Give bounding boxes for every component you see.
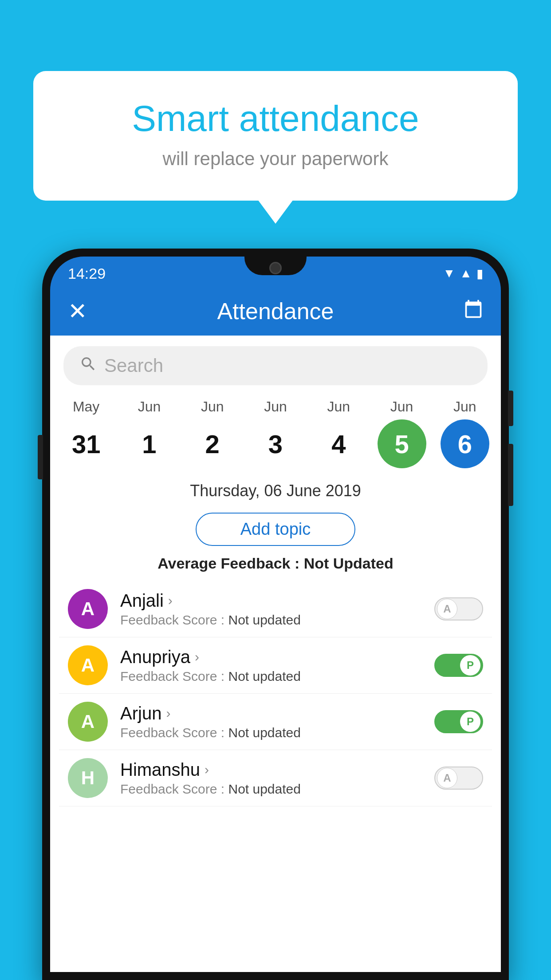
date-col[interactable]: Jun6 — [435, 399, 495, 468]
avatar: A — [68, 645, 108, 685]
search-placeholder: Search — [104, 355, 163, 376]
speech-bubble-container: Smart attendance will replace your paper… — [33, 71, 518, 201]
attendance-toggle[interactable]: A — [434, 767, 483, 790]
attendance-toggle[interactable]: A — [434, 597, 483, 620]
toggle-container[interactable]: P — [434, 710, 483, 733]
camera-lens — [269, 262, 282, 274]
student-name: Anjali › — [120, 591, 425, 611]
chevron-icon: › — [166, 706, 170, 721]
date-number[interactable]: 4 — [314, 419, 363, 468]
add-topic-button[interactable]: Add topic — [196, 513, 355, 546]
feedback-score: Feedback Score : Not updated — [120, 725, 425, 740]
date-col[interactable]: Jun3 — [245, 399, 306, 468]
feedback-value: Not updated — [228, 782, 300, 796]
month-label: Jun — [390, 399, 413, 415]
app-bar-title: Attendance — [217, 298, 334, 324]
attendance-toggle[interactable]: P — [434, 710, 483, 733]
toggle-container[interactable]: A — [434, 597, 483, 620]
phone-screen: 14:29 ▼ ▲ ▮ ✕ Attendance — [50, 257, 501, 972]
toggle-container[interactable]: A — [434, 767, 483, 790]
bubble-title: Smart attendance — [69, 98, 482, 139]
date-number[interactable]: 31 — [62, 419, 110, 468]
date-number[interactable]: 1 — [125, 419, 173, 468]
signal-icon: ▲ — [460, 266, 472, 281]
date-col[interactable]: Jun5 — [372, 399, 432, 468]
student-info: Anupriya ›Feedback Score : Not updated — [120, 647, 425, 684]
toggle-thumb: P — [460, 655, 480, 676]
student-name: Himanshu › — [120, 760, 425, 780]
month-label: May — [73, 399, 99, 415]
student-row[interactable]: AAnjali ›Feedback Score : Not updatedA — [59, 581, 492, 637]
speech-bubble: Smart attendance will replace your paper… — [33, 71, 518, 201]
calendar-row: May31Jun1Jun2Jun3Jun4Jun5Jun6 — [50, 394, 501, 468]
avatar: A — [68, 589, 108, 629]
feedback-value: Not updated — [228, 669, 300, 684]
date-col[interactable]: May31 — [56, 399, 116, 468]
student-name: Arjun › — [120, 703, 425, 723]
feedback-score: Feedback Score : Not updated — [120, 669, 425, 684]
status-icons: ▼ ▲ ▮ — [443, 266, 483, 281]
volume-button — [38, 435, 43, 479]
search-icon — [79, 355, 97, 377]
wifi-icon: ▼ — [443, 266, 456, 281]
phone-frame: 14:29 ▼ ▲ ▮ ✕ Attendance — [42, 249, 509, 980]
month-label: Jun — [327, 399, 350, 415]
feedback-score: Feedback Score : Not updated — [120, 612, 425, 628]
month-label: Jun — [453, 399, 476, 415]
month-label: Jun — [264, 399, 287, 415]
student-name: Anupriya › — [120, 647, 425, 667]
student-row[interactable]: AArjun ›Feedback Score : Not updatedP — [59, 694, 492, 750]
feedback-value: Not updated — [228, 612, 300, 627]
battery-icon: ▮ — [476, 266, 483, 281]
feedback-value: Not updated — [228, 725, 300, 740]
volume-down-button — [508, 444, 513, 506]
student-info: Arjun ›Feedback Score : Not updated — [120, 703, 425, 740]
date-number[interactable]: 3 — [251, 419, 300, 468]
avatar: A — [68, 702, 108, 742]
date-number[interactable]: 5 — [378, 419, 426, 468]
date-number[interactable]: 6 — [441, 419, 489, 468]
student-info: Anjali ›Feedback Score : Not updated — [120, 591, 425, 628]
selected-date: Thursday, 06 June 2019 — [50, 468, 501, 508]
app-bar: ✕ Attendance — [50, 287, 501, 336]
status-time: 14:29 — [68, 265, 106, 282]
date-col[interactable]: Jun1 — [119, 399, 179, 468]
chevron-icon: › — [168, 593, 173, 608]
date-number[interactable]: 2 — [188, 419, 237, 468]
close-button[interactable]: ✕ — [68, 298, 87, 324]
student-list: AAnjali ›Feedback Score : Not updatedAAA… — [50, 581, 501, 806]
toggle-thumb: A — [437, 768, 457, 788]
bubble-subtitle: will replace your paperwork — [69, 148, 482, 170]
month-label: Jun — [201, 399, 224, 415]
avatar: H — [68, 758, 108, 798]
date-col[interactable]: Jun4 — [308, 399, 369, 468]
feedback-score: Feedback Score : Not updated — [120, 782, 425, 797]
average-feedback: Average Feedback : Not Updated — [50, 555, 501, 572]
content-area: Search May31Jun1Jun2Jun3Jun4Jun5Jun6 Thu… — [50, 336, 501, 972]
toggle-thumb: P — [460, 711, 480, 732]
phone-notch — [244, 257, 307, 275]
attendance-toggle[interactable]: P — [434, 654, 483, 677]
avg-feedback-value: Not Updated — [304, 555, 394, 572]
toggle-thumb: A — [437, 599, 457, 619]
search-bar[interactable]: Search — [63, 346, 488, 385]
date-col[interactable]: Jun2 — [182, 399, 243, 468]
month-label: Jun — [138, 399, 161, 415]
student-row[interactable]: AAnupriya ›Feedback Score : Not updatedP — [59, 637, 492, 694]
avg-feedback-label: Average Feedback : — [157, 555, 303, 572]
student-info: Himanshu ›Feedback Score : Not updated — [120, 760, 425, 797]
student-row[interactable]: HHimanshu ›Feedback Score : Not updatedA — [59, 750, 492, 806]
toggle-container[interactable]: P — [434, 654, 483, 677]
chevron-icon: › — [195, 649, 199, 664]
chevron-icon: › — [205, 762, 209, 777]
power-button — [508, 391, 513, 426]
calendar-button[interactable] — [464, 299, 483, 323]
